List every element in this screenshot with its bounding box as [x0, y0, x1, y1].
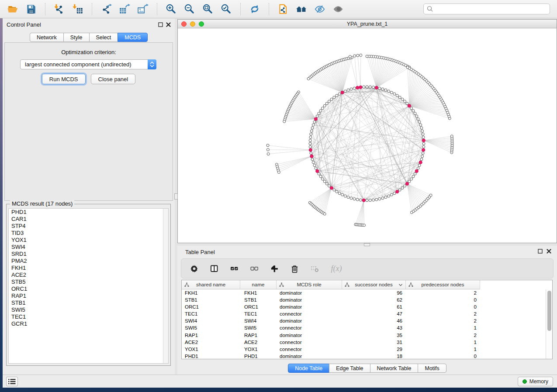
table-cell[interactable]: dominator: [277, 317, 342, 324]
mcds-result-item[interactable]: YOX1: [9, 237, 168, 244]
search-input[interactable]: [435, 5, 547, 14]
table-cell[interactable]: STB1: [182, 296, 240, 303]
table-cell[interactable]: TEC1: [182, 310, 240, 317]
table-panel-close-button[interactable]: [546, 248, 552, 254]
table-cell[interactable]: connector: [277, 339, 342, 346]
table-cell[interactable]: SWI4: [240, 317, 277, 324]
close-panel-button[interactable]: Close panel: [91, 74, 136, 84]
table-cell[interactable]: YOX1: [182, 346, 240, 353]
column-header-shared-name[interactable]: shared name: [182, 280, 240, 289]
open-file-button[interactable]: [4, 2, 21, 17]
table-cell[interactable]: TEC1: [240, 310, 277, 317]
table-cell[interactable]: SWI5: [182, 324, 240, 331]
table-cell[interactable]: 18: [342, 353, 406, 359]
table-cell[interactable]: 96: [342, 289, 406, 296]
table-cell[interactable]: SWI4: [182, 317, 240, 324]
table-cell[interactable]: ACE2: [240, 339, 277, 346]
table-cell[interactable]: 31: [342, 339, 406, 346]
table-cell[interactable]: 46: [342, 317, 406, 324]
table-row[interactable]: YOX1YOX1connector291: [182, 346, 480, 353]
tab-node-table[interactable]: Node Table: [288, 364, 329, 373]
table-cell[interactable]: connector: [277, 310, 342, 317]
table-row[interactable]: SWI4SWI4dominator462: [182, 317, 480, 324]
zoom-out-button[interactable]: [181, 2, 198, 17]
table-cell[interactable]: 29: [342, 346, 406, 353]
table-cell[interactable]: 0: [406, 296, 480, 303]
homes-button[interactable]: [293, 2, 310, 17]
mcds-result-item[interactable]: PHD1: [9, 209, 168, 216]
mcds-result-item[interactable]: SWI4: [9, 244, 168, 251]
zoom-selected-button[interactable]: [218, 2, 235, 17]
export-table-button[interactable]: [116, 2, 133, 17]
table-cell[interactable]: 2: [406, 289, 480, 296]
table-cell[interactable]: 1: [406, 346, 480, 353]
columns-button[interactable]: [208, 263, 220, 274]
table-cell[interactable]: PHD1: [240, 353, 277, 359]
show-graphics-details-button[interactable]: [330, 2, 346, 17]
table-row[interactable]: PHD1PHD1dominator180: [182, 353, 480, 359]
import-table-button[interactable]: [69, 2, 86, 17]
zoom-in-button[interactable]: [163, 2, 180, 17]
table-cell[interactable]: 1: [406, 324, 480, 331]
tab-edge-table[interactable]: Edge Table: [329, 364, 370, 373]
table-cell[interactable]: ORC1: [182, 303, 240, 310]
mcds-result-scrollbar[interactable]: [163, 209, 168, 363]
mcds-result-item[interactable]: TID3: [9, 230, 168, 237]
table-cell[interactable]: ACE2: [182, 339, 240, 346]
table-cell[interactable]: 2: [406, 310, 480, 317]
table-cell[interactable]: connector: [277, 324, 342, 331]
column-header-predecessor-nodes[interactable]: predecessor nodes: [406, 280, 480, 289]
zoom-fit-button[interactable]: [200, 2, 216, 17]
mcds-result-item[interactable]: CAR1: [9, 216, 168, 223]
add-button[interactable]: [269, 263, 280, 274]
table-cell[interactable]: FKH1: [182, 289, 240, 296]
table-row[interactable]: TEC1TEC1connector472: [182, 310, 480, 317]
splitter-handle-vertical[interactable]: [174, 193, 178, 199]
table-cell[interactable]: STB1: [240, 296, 277, 303]
table-cell[interactable]: dominator: [277, 353, 342, 359]
run-mcds-button[interactable]: Run MCDS: [42, 74, 86, 84]
mcds-result-item[interactable]: TEC1: [9, 313, 168, 320]
table-cell[interactable]: 47: [342, 310, 406, 317]
table-cell[interactable]: dominator: [277, 332, 342, 339]
table-cell[interactable]: PHD1: [182, 353, 240, 359]
table-cell[interactable]: 62: [342, 296, 406, 303]
table-cell[interactable]: SWI5: [240, 324, 277, 331]
table-cell[interactable]: FKH1: [240, 289, 277, 296]
table-scrollbar[interactable]: [546, 289, 552, 359]
table-panel-float-button[interactable]: [537, 248, 543, 254]
mcds-result-item[interactable]: STB1: [9, 299, 168, 306]
tab-network-table[interactable]: Network Table: [370, 364, 419, 373]
tab-style[interactable]: Style: [63, 33, 90, 42]
hide-graphics-details-button[interactable]: [311, 2, 328, 17]
deselect-all-button[interactable]: [249, 263, 260, 274]
column-header-MCDS-role[interactable]: MCDS role: [277, 280, 342, 289]
tab-mcds[interactable]: MCDS: [118, 33, 148, 42]
table-row[interactable]: RAP1RAP1dominator352: [182, 332, 480, 339]
table-row[interactable]: ACE2ACE2connector311: [182, 339, 480, 346]
table-row[interactable]: FKH1FKH1dominator962: [182, 289, 480, 296]
tab-motifs[interactable]: Motifs: [418, 364, 446, 373]
table-cell[interactable]: 0: [406, 303, 480, 310]
table-cell[interactable]: ORC1: [240, 303, 277, 310]
mcds-result-item[interactable]: GCR1: [9, 320, 168, 327]
table-cell[interactable]: 61: [342, 303, 406, 310]
mcds-result-item[interactable]: STB5: [9, 279, 168, 285]
table-cell[interactable]: connector: [277, 346, 342, 353]
refresh-button[interactable]: [246, 2, 263, 17]
import-network-button[interactable]: [51, 2, 68, 17]
table-row[interactable]: STB1STB1dominator620: [182, 296, 480, 303]
mcds-result-item[interactable]: RAP1: [9, 292, 168, 299]
control-panel-close-button[interactable]: [166, 22, 171, 27]
tab-network[interactable]: Network: [30, 33, 64, 42]
select-all-button[interactable]: [228, 263, 240, 274]
mcds-result-item[interactable]: SWI5: [9, 306, 168, 313]
table-cell[interactable]: 43: [342, 324, 406, 331]
table-row[interactable]: SWI5SWI5connector431: [182, 324, 480, 331]
table-cell[interactable]: RAP1: [240, 332, 277, 339]
table-cell[interactable]: dominator: [277, 296, 342, 303]
table-cell[interactable]: 2: [406, 332, 480, 339]
save-session-button[interactable]: [23, 2, 39, 17]
table-cell[interactable]: dominator: [277, 303, 342, 310]
column-header-successor-nodes[interactable]: successor nodes: [342, 280, 406, 289]
